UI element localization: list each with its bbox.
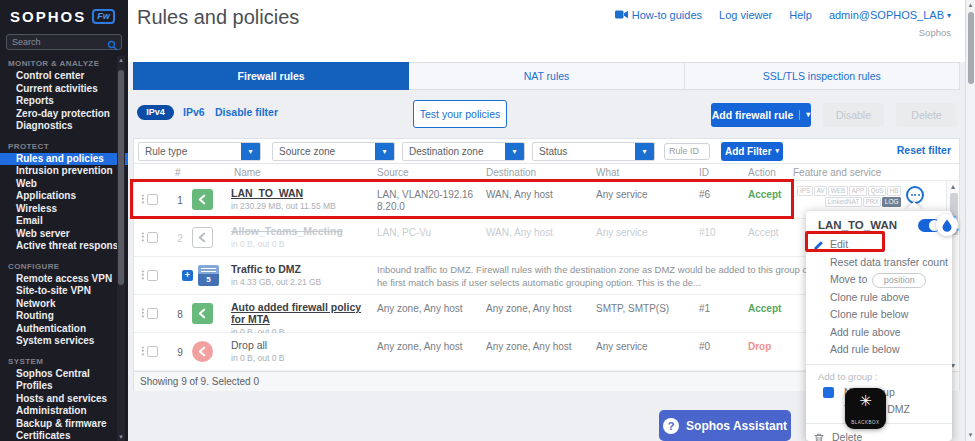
row-checkbox[interactable] bbox=[147, 346, 158, 357]
disable-filter-link[interactable]: Disable filter bbox=[215, 106, 278, 118]
fw-badge: Fw bbox=[92, 9, 115, 24]
menu-item-reset-data-transfer-count[interactable]: Reset data transfer count bbox=[806, 254, 952, 272]
sidebar-item-active-threat-response[interactable]: Active threat response bbox=[0, 240, 128, 253]
menu-item-label: Add rule below bbox=[830, 343, 899, 355]
rule-name-link[interactable]: Traffic to DMZ bbox=[231, 263, 301, 275]
sidebar-item-certificates[interactable]: Certificates bbox=[0, 430, 128, 441]
ipv4-toggle[interactable]: IPv4 bbox=[137, 105, 174, 120]
sidebar-item-routing[interactable]: Routing bbox=[0, 310, 128, 323]
tab-nat-rules[interactable]: NAT rules bbox=[409, 62, 684, 90]
add-filter-button[interactable]: Add Filter ▾ bbox=[721, 142, 783, 161]
sidebar-item-profiles[interactable]: Profiles bbox=[0, 380, 128, 393]
rule-name-link[interactable]: LAN_TO_WAN bbox=[231, 187, 303, 199]
chevron-left-gray-icon bbox=[192, 227, 213, 248]
scrollbar-thumb[interactable] bbox=[118, 70, 124, 285]
sidebar-search bbox=[6, 34, 122, 50]
menu-item-edit[interactable]: Edit bbox=[806, 236, 952, 254]
tab-firewall-rules[interactable]: Firewall rules bbox=[133, 62, 409, 90]
sidebar-item-system-services[interactable]: System services bbox=[0, 335, 128, 348]
column-header-destination: Destination bbox=[486, 167, 536, 178]
expand-plus-icon[interactable]: + bbox=[182, 270, 193, 281]
sidebar-item-email[interactable]: Email bbox=[0, 215, 128, 228]
sidebar-item-zero-day-protection[interactable]: Zero-day protection bbox=[0, 108, 128, 121]
rule-name-link[interactable]: Drop all bbox=[231, 339, 267, 351]
chevron-down-icon: ▾ bbox=[241, 143, 260, 160]
sidebar-item-control-center[interactable]: Control center bbox=[0, 70, 128, 83]
tab-ssl-tls-inspection-rules[interactable]: SSL/TLS inspection rules bbox=[685, 62, 960, 90]
disable-button[interactable]: Disable bbox=[823, 103, 884, 127]
source-cell: Any zone, Any host bbox=[377, 341, 479, 353]
row-checkbox[interactable] bbox=[147, 270, 158, 281]
group-icon: 5 bbox=[198, 265, 219, 286]
search-input[interactable] bbox=[7, 35, 121, 49]
link-log-viewer[interactable]: Log viewer bbox=[719, 9, 772, 21]
scroll-down-icon[interactable]: ▼ bbox=[966, 431, 975, 439]
sidebar-item-web[interactable]: Web bbox=[0, 178, 128, 191]
rule-name-link[interactable]: Auto added firewall policy for MTA bbox=[231, 301, 373, 325]
sidebar-scrollbar[interactable]: ▲ ▼ bbox=[117, 56, 125, 441]
menu-item-clone-rule-below[interactable]: Clone rule below bbox=[806, 306, 952, 324]
menu-item-delete[interactable]: Delete bbox=[806, 428, 952, 441]
scrollbar-thumb[interactable] bbox=[968, 12, 974, 84]
menu-item-clone-rule-above[interactable]: Clone rule above bbox=[806, 289, 952, 307]
menu-item-add-rule-above[interactable]: Add rule above bbox=[806, 324, 952, 342]
row-checkbox[interactable] bbox=[147, 232, 158, 243]
account-menu[interactable]: admin@SOPHOS_LAB▾ bbox=[829, 9, 951, 21]
feature-badge-av: AV bbox=[814, 186, 827, 196]
row-checkbox[interactable] bbox=[147, 194, 158, 205]
sidebar-item-authentication[interactable]: Authentication bbox=[0, 323, 128, 336]
source-cell: Any zone, Any host bbox=[377, 303, 479, 315]
sidebar-item-hosts-and-services[interactable]: Hosts and services bbox=[0, 393, 128, 406]
sidebar-item-diagnostics[interactable]: Diagnostics bbox=[0, 120, 128, 133]
droplet-hint-button[interactable]: ✦ ✦ bbox=[936, 214, 958, 236]
row-actions-ellipsis-icon[interactable] bbox=[906, 186, 924, 204]
add-firewall-rule-button[interactable]: Add firewall rule ▾ bbox=[711, 103, 811, 127]
filter-select-status[interactable]: Status▾ bbox=[532, 142, 655, 161]
test-policies-button[interactable]: Test your policies bbox=[413, 100, 507, 128]
ipv6-toggle[interactable]: IPv6 bbox=[183, 106, 205, 118]
sidebar-item-reports[interactable]: Reports bbox=[0, 95, 128, 108]
sidebar-item-applications[interactable]: Applications bbox=[0, 190, 128, 203]
sidebar-item-remote-access-vpn[interactable]: Remote access VPN bbox=[0, 273, 128, 286]
filter-select-rule-type[interactable]: Rule type▾ bbox=[138, 142, 261, 161]
sidebar-item-network[interactable]: Network bbox=[0, 298, 128, 311]
sidebar-item-site-to-site-vpn[interactable]: Site-to-site VPN bbox=[0, 285, 128, 298]
filter-select-source-zone[interactable]: Source zone▾ bbox=[272, 142, 395, 161]
sidebar-item-backup-firmware[interactable]: Backup & firmware bbox=[0, 418, 128, 431]
menu-item-add-rule-below[interactable]: Add rule below bbox=[806, 341, 952, 359]
filter-select-destination-zone[interactable]: Destination zone▾ bbox=[402, 142, 525, 161]
sophos-assistant-button[interactable]: ? Sophos Assistant bbox=[659, 410, 791, 441]
sidebar-item-web-server[interactable]: Web server bbox=[0, 228, 128, 241]
delete-slot: Delete bbox=[806, 428, 952, 441]
sidebar-nav: MONITOR & ANALYZEControl centerCurrent a… bbox=[0, 59, 128, 441]
link-help[interactable]: Help bbox=[789, 9, 812, 21]
search-icon[interactable] bbox=[107, 37, 118, 55]
rule-id-input[interactable] bbox=[664, 143, 710, 160]
sidebar-item-current-activities[interactable]: Current activities bbox=[0, 83, 128, 96]
sidebar-item-rules-and-policies[interactable]: Rules and policies bbox=[0, 153, 128, 166]
sidebar-section-title: MONITOR & ANALYZE bbox=[8, 59, 128, 68]
menu-item-move-to[interactable]: Move to bbox=[806, 271, 952, 289]
rule-name-link[interactable]: Allow_Teams_Meeting bbox=[231, 225, 343, 237]
page-scrollbar[interactable]: ▲ ▼ bbox=[965, 0, 975, 441]
scroll-up-icon[interactable]: ▲ bbox=[117, 56, 125, 64]
row-checkbox[interactable] bbox=[147, 308, 158, 319]
move-to-position-input[interactable] bbox=[872, 273, 926, 288]
filter-bar: Add Filter ▾ Reset filter Rule type▾Sour… bbox=[134, 139, 959, 164]
reset-filter-link[interactable]: Reset filter bbox=[897, 144, 951, 156]
scroll-down-icon[interactable]: ▼ bbox=[117, 433, 125, 441]
column-header-what: What bbox=[596, 167, 619, 178]
scroll-up-icon[interactable]: ▲ bbox=[966, 1, 975, 9]
sidebar-item-intrusion-prevention[interactable]: Intrusion prevention bbox=[0, 165, 128, 178]
sidebar-item-administration[interactable]: Administration bbox=[0, 405, 128, 418]
sidebar-item-sophos-central[interactable]: Sophos Central bbox=[0, 368, 128, 381]
menu-item-label: Edit bbox=[830, 238, 848, 250]
chevron-down-icon: ▾ bbox=[776, 147, 780, 155]
scroll-up-icon[interactable]: ▲ bbox=[947, 182, 959, 191]
column-header-name: Name bbox=[234, 167, 261, 178]
link-how-to-guides[interactable]: How-to guides bbox=[615, 9, 702, 21]
sidebar-item-wireless[interactable]: Wireless bbox=[0, 203, 128, 216]
delete-button[interactable]: Delete bbox=[896, 103, 957, 127]
service-cell: SMTP, SMTP(S) bbox=[596, 303, 692, 314]
action-cell: Accept bbox=[748, 227, 800, 238]
